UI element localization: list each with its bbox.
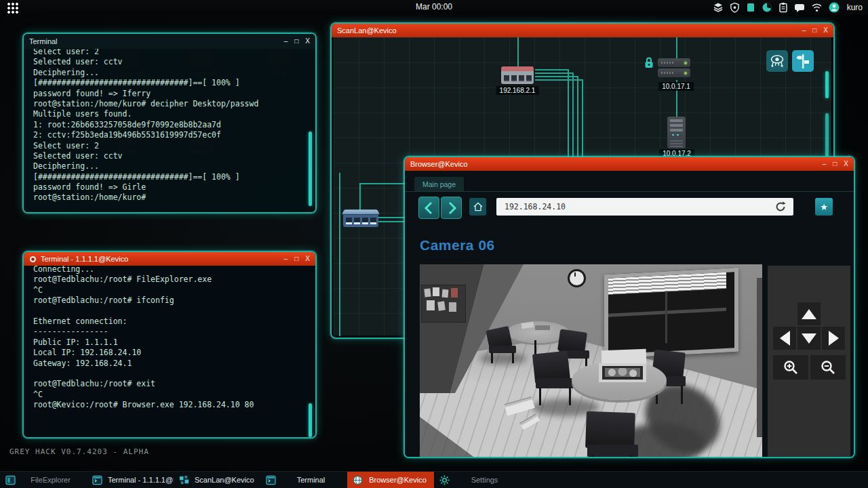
pie-clock-icon[interactable] xyxy=(762,2,772,13)
server-node[interactable] xyxy=(658,58,690,79)
close-button[interactable]: X xyxy=(305,38,310,45)
minimize-button[interactable]: – xyxy=(823,161,827,167)
minimize-button[interactable]: – xyxy=(284,256,288,262)
browser-titlebar[interactable]: Browser@Kevico – □ X xyxy=(405,157,854,171)
scan-eye-icon xyxy=(769,53,785,69)
minimize-button[interactable]: – xyxy=(284,38,288,45)
zoom-in-button[interactable] xyxy=(773,355,808,380)
taskbar-item-label: Terminal - 1.1.1.1@K... xyxy=(108,476,174,484)
scrollbar[interactable] xyxy=(309,131,312,206)
camera-heading: Camera 06 xyxy=(420,237,495,253)
scan-eye-button[interactable] xyxy=(766,50,788,72)
taskbar: FileExplorer Terminal - 1.1.1.1@K... Sca… xyxy=(0,471,868,488)
shield-icon[interactable] xyxy=(730,2,740,13)
home-button[interactable] xyxy=(469,198,486,216)
maximize-button[interactable]: □ xyxy=(294,256,298,262)
taskbar-item-remote-terminal[interactable]: Terminal - 1.1.1.1@K... xyxy=(87,472,174,488)
divider xyxy=(405,191,854,192)
chair xyxy=(536,378,574,388)
terminal-window: Terminal – □ X Select user: 2Selected us… xyxy=(22,33,317,214)
terminal-output[interactable]: Connecting...root@Tedblachu:/root# FileE… xyxy=(24,266,315,437)
zoom-out-button[interactable] xyxy=(810,355,846,380)
pan-left-button[interactable] xyxy=(773,327,796,350)
bookmark-star-icon: ★ xyxy=(820,202,828,212)
chat-icon[interactable] xyxy=(794,3,805,13)
terminal-lines: Select user: 2Selected user: cctvDeciphe… xyxy=(33,49,303,203)
network-link xyxy=(535,69,569,70)
switch-node[interactable] xyxy=(343,209,378,228)
box-contents xyxy=(605,368,640,377)
scanlan-icon xyxy=(179,475,189,485)
scrollbar[interactable] xyxy=(825,71,829,98)
pan-right-button[interactable] xyxy=(822,327,845,350)
taskbar-item-browser[interactable]: Browser@Kevico xyxy=(347,472,434,488)
username-text[interactable]: kuro xyxy=(847,3,863,12)
room-window xyxy=(604,268,738,359)
browser-window: Browser@Kevico – □ X Main page xyxy=(403,156,855,458)
back-icon xyxy=(423,201,435,216)
left-arrow-icon xyxy=(780,331,790,346)
maximize-button[interactable]: □ xyxy=(812,27,816,34)
top-bar: Mar 00:00 kuro xyxy=(0,0,868,15)
camera-control-panel xyxy=(768,266,850,458)
window-title: ScanLan@Kevico xyxy=(337,26,798,35)
minimize-button[interactable]: – xyxy=(802,27,806,34)
browser-body: Main page ★ Camera 06 xyxy=(405,171,854,457)
maximize-button[interactable]: □ xyxy=(833,161,837,167)
network-link xyxy=(676,37,677,61)
taskbar-item-settings[interactable]: Settings xyxy=(434,472,521,488)
scrollbar[interactable] xyxy=(309,403,312,437)
pan-down-button[interactable] xyxy=(797,327,821,350)
close-button[interactable]: X xyxy=(823,27,828,34)
zoom-in-icon xyxy=(783,359,799,375)
network-link xyxy=(535,79,583,81)
bookmark-button[interactable]: ★ xyxy=(815,198,833,216)
taskbar-item-label: Settings xyxy=(455,476,521,484)
forward-button[interactable] xyxy=(441,197,462,219)
terminal-output[interactable]: Select user: 2Selected user: cctvDeciphe… xyxy=(24,49,315,212)
taskbar-item-label: Browser@Kevico xyxy=(368,476,434,484)
signpost-icon xyxy=(795,53,811,69)
maximize-button[interactable]: □ xyxy=(294,38,298,45)
up-arrow-icon xyxy=(802,309,816,319)
taskbar-item-scanlan[interactable]: ScanLan@Kevico xyxy=(174,472,260,488)
terminal-titlebar[interactable]: Terminal – □ X xyxy=(24,34,315,49)
terminal-icon xyxy=(92,475,102,485)
scrollbar[interactable] xyxy=(825,113,829,157)
pan-up-button[interactable] xyxy=(797,302,821,325)
browser-tab[interactable]: Main page xyxy=(414,177,464,191)
shadow xyxy=(479,352,527,365)
taskbar-item-label: ScanLan@Kevico xyxy=(195,476,260,484)
file-explorer-icon xyxy=(5,475,16,485)
terminal-icon xyxy=(266,475,276,485)
taskbar-item-label: Terminal xyxy=(281,476,347,484)
scanlan-titlebar[interactable]: ScanLan@Kevico – □ X xyxy=(332,24,833,37)
url-input[interactable] xyxy=(496,198,793,216)
terminal-titlebar[interactable]: Terminal - 1.1.1.1@Kevico – □ X xyxy=(24,252,315,266)
close-button[interactable]: X xyxy=(844,161,848,167)
network-link xyxy=(517,37,519,68)
desktop: FileExplorer Terminal Map Gift.txt passw… xyxy=(0,0,868,488)
lock-icon xyxy=(644,56,654,68)
router-node[interactable] xyxy=(501,66,534,84)
taskbar-item-terminal[interactable]: Terminal xyxy=(260,472,347,488)
signpost-button[interactable] xyxy=(792,50,814,72)
bulletin-board xyxy=(421,285,466,323)
taskbar-item-label: FileExplorer xyxy=(21,476,87,484)
pc-node[interactable] xyxy=(667,117,686,148)
down-arrow-icon xyxy=(802,333,816,344)
wall-edge xyxy=(757,278,762,437)
layers-icon[interactable] xyxy=(713,2,724,13)
wall-clock xyxy=(568,269,586,287)
close-button[interactable]: X xyxy=(305,256,310,262)
right-arrow-icon xyxy=(829,331,839,346)
back-button[interactable] xyxy=(418,197,439,219)
refresh-icon[interactable] xyxy=(774,201,787,213)
server-ip-label: 10.0.17.1 xyxy=(658,82,694,91)
avatar-icon[interactable] xyxy=(829,2,840,13)
camera-feed-image xyxy=(420,264,762,458)
wifi-icon[interactable] xyxy=(811,3,823,12)
taskbar-item-fileexplorer[interactable]: FileExplorer xyxy=(0,472,87,488)
storage-icon[interactable] xyxy=(746,2,755,13)
clipboard-icon[interactable] xyxy=(778,2,788,13)
